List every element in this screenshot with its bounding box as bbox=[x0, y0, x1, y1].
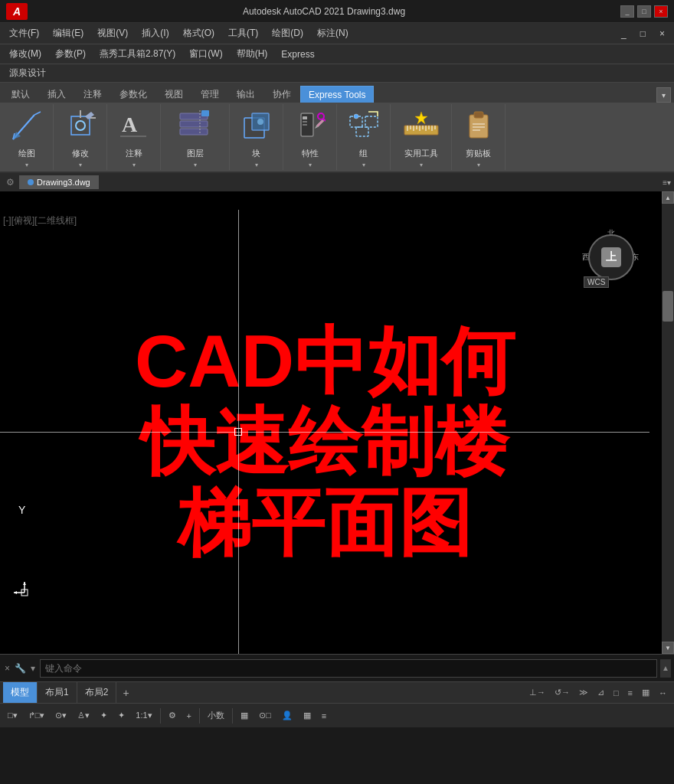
ribbon-group-property[interactable]: 特性 ▾ bbox=[283, 104, 337, 170]
bottom-rect-dropdown[interactable]: □▾ bbox=[3, 708, 22, 723]
menu-edit[interactable]: 编辑(E) bbox=[47, 25, 90, 41]
status-rect-icon[interactable]: □ bbox=[610, 686, 623, 700]
menu-express[interactable]: Express bbox=[275, 47, 320, 61]
draw-expand-arrow[interactable]: ▾ bbox=[25, 162, 28, 168]
drawing-area-menu-icon[interactable]: ≡▾ bbox=[663, 178, 671, 187]
bottom-lock-dropdown[interactable]: ↱□▾ bbox=[24, 708, 50, 723]
window-ctrl-close[interactable]: × bbox=[653, 27, 671, 41]
menu-format[interactable]: 格式(O) bbox=[177, 25, 221, 41]
annotate-expand-arrow[interactable]: ▾ bbox=[133, 162, 136, 168]
tab-default[interactable]: 默认 bbox=[3, 86, 38, 103]
ribbon-group-annotate[interactable]: A 注释 ▾ bbox=[107, 104, 161, 170]
menu-dimension[interactable]: 标注(N) bbox=[311, 25, 355, 41]
minimize-button[interactable]: _ bbox=[620, 5, 634, 18]
ribbon-collapse-button[interactable]: ▾ bbox=[656, 87, 671, 103]
status-tab-layout2[interactable]: 布局2 bbox=[77, 682, 117, 703]
menu-yuanquan[interactable]: 源泉设计 bbox=[3, 65, 52, 81]
window-ctrl-max[interactable]: □ bbox=[634, 27, 652, 41]
tab-view[interactable]: 视图 bbox=[156, 86, 191, 103]
status-ortho-icon[interactable]: ⊿ bbox=[594, 685, 608, 700]
bottom-star2-btn[interactable]: ✦ bbox=[113, 708, 129, 723]
tab-annotate[interactable]: 注释 bbox=[75, 86, 110, 103]
cmd-scroll-button[interactable]: ▲ bbox=[660, 659, 671, 678]
bottom-grid2-btn[interactable]: ▦ bbox=[236, 708, 253, 723]
tab-parametric[interactable]: 参数化 bbox=[111, 86, 155, 103]
bottom-decimals-btn[interactable]: 小数 bbox=[203, 707, 229, 724]
tab-collaborate[interactable]: 协作 bbox=[264, 86, 299, 103]
menu-tools[interactable]: 工具(T) bbox=[222, 25, 264, 41]
menu-params[interactable]: 参数(P) bbox=[49, 46, 92, 62]
menu-insert[interactable]: 插入(I) bbox=[136, 25, 175, 41]
property-expand-arrow[interactable]: ▾ bbox=[309, 162, 312, 168]
ribbon-group-clipboard[interactable]: 剪贴板 ▾ bbox=[452, 104, 506, 170]
group-label: 组 bbox=[359, 148, 368, 159]
status-snap-icon[interactable]: ⊥→ bbox=[525, 685, 549, 700]
bottom-person2-btn[interactable]: 👤 bbox=[277, 708, 297, 723]
ribbon-group-draw[interactable]: 绘图 ▾ bbox=[0, 104, 54, 170]
add-layout-button[interactable]: + bbox=[116, 687, 135, 699]
tab-express-tools[interactable]: Express Tools bbox=[300, 86, 374, 103]
window-ctrl-min[interactable]: _ bbox=[615, 27, 633, 41]
bottom-gear-btn[interactable]: ⚙ bbox=[164, 708, 181, 723]
menu-help[interactable]: 帮助(H) bbox=[231, 46, 274, 62]
tab-manage[interactable]: 管理 bbox=[192, 86, 227, 103]
bottom-tile-btn[interactable]: ▦ bbox=[299, 708, 316, 723]
status-rotate-icon[interactable]: ↺→ bbox=[551, 685, 574, 700]
bottom-scale-dropdown[interactable]: 1:1▾ bbox=[131, 708, 156, 723]
drawing-tab-active[interactable]: Drawing3.dwg bbox=[19, 175, 99, 189]
ribbon-group-modify[interactable]: 修改 ▾ bbox=[54, 104, 107, 170]
layer-expand-arrow[interactable]: ▾ bbox=[194, 162, 197, 168]
command-input[interactable] bbox=[40, 659, 657, 678]
maximize-button[interactable]: □ bbox=[637, 5, 651, 18]
bottom-user-group-btn[interactable]: ⊙□ bbox=[254, 708, 276, 723]
close-button[interactable]: × bbox=[654, 5, 668, 18]
svg-rect-21 bbox=[303, 124, 307, 126]
settings-gear-icon[interactable]: ⚙ bbox=[3, 177, 18, 188]
clipboard-expand-arrow[interactable]: ▾ bbox=[477, 162, 480, 168]
menu-window[interactable]: 窗口(W) bbox=[183, 46, 228, 62]
drawing-area-container: ⚙ Drawing3.dwg ≡▾ [-][俯视][二维线框] CAD中如何 快… bbox=[0, 173, 674, 654]
svg-point-7 bbox=[76, 121, 85, 130]
cmd-wrench-icon[interactable]: 🔧 bbox=[13, 662, 28, 675]
menu-file[interactable]: 文件(F) bbox=[3, 25, 45, 41]
modify-icon bbox=[65, 110, 96, 141]
menu-bar-row2: 修改(M) 参数(P) 燕秀工具箱2.87(Y) 窗口(W) 帮助(H) Exp… bbox=[0, 44, 674, 64]
wcs-label: WCS bbox=[584, 276, 609, 288]
svg-rect-13 bbox=[201, 110, 209, 116]
status-grid-icon[interactable]: ▦ bbox=[638, 685, 653, 700]
block-expand-arrow[interactable]: ▾ bbox=[255, 162, 258, 168]
scroll-track[interactable] bbox=[662, 204, 674, 642]
status-tab-layout1[interactable]: 布局1 bbox=[38, 682, 77, 703]
modify-expand-arrow[interactable]: ▾ bbox=[79, 162, 82, 168]
menu-modify[interactable]: 修改(M) bbox=[3, 46, 47, 62]
status-list-icon[interactable]: ≡ bbox=[624, 686, 636, 700]
ribbon-group-layer[interactable]: 图层 ▾ bbox=[161, 104, 230, 170]
svg-rect-12 bbox=[180, 129, 208, 135]
cmd-arrow-icon[interactable]: ▾ bbox=[29, 662, 37, 675]
scroll-up-button[interactable]: ▲ bbox=[662, 191, 674, 204]
svg-marker-46 bbox=[14, 591, 17, 594]
menu-yanxiu[interactable]: 燕秀工具箱2.87(Y) bbox=[93, 46, 182, 62]
bottom-menu-btn[interactable]: ≡ bbox=[317, 709, 331, 723]
canvas-area[interactable]: [-][俯视][二维线框] CAD中如何 快速绘制楼 梯平面图 Y bbox=[0, 191, 662, 654]
group-expand-arrow[interactable]: ▾ bbox=[362, 162, 365, 168]
tab-output[interactable]: 输出 bbox=[228, 86, 263, 103]
tab-insert[interactable]: 插入 bbox=[39, 86, 74, 103]
menu-view[interactable]: 视图(V) bbox=[91, 25, 134, 41]
ribbon-group-group[interactable]: 组 ▾ bbox=[337, 104, 391, 170]
menu-draw[interactable]: 绘图(D) bbox=[266, 25, 309, 41]
ribbon-group-block[interactable]: 块 ▾ bbox=[230, 104, 283, 170]
ribbon-group-utility[interactable]: 实用工具 ▾ bbox=[391, 104, 452, 170]
bottom-star1-btn[interactable]: ✦ bbox=[96, 708, 112, 723]
cmd-close-icon[interactable]: × bbox=[3, 662, 11, 675]
view-label: [-][俯视][二维线框] bbox=[3, 214, 77, 227]
bottom-plus-btn[interactable]: + bbox=[182, 709, 196, 723]
status-resize-icon[interactable]: ↔ bbox=[655, 686, 671, 700]
bottom-person-dropdown[interactable]: ♙▾ bbox=[73, 708, 94, 723]
utility-expand-arrow[interactable]: ▾ bbox=[420, 162, 423, 168]
block-icon-area bbox=[238, 107, 275, 144]
status-tab-model[interactable]: 模型 bbox=[3, 682, 38, 703]
bottom-orbit-dropdown[interactable]: ⊙▾ bbox=[51, 708, 71, 723]
scroll-down-button[interactable]: ▼ bbox=[662, 642, 674, 654]
status-angle-icon[interactable]: ≫ bbox=[575, 685, 592, 700]
